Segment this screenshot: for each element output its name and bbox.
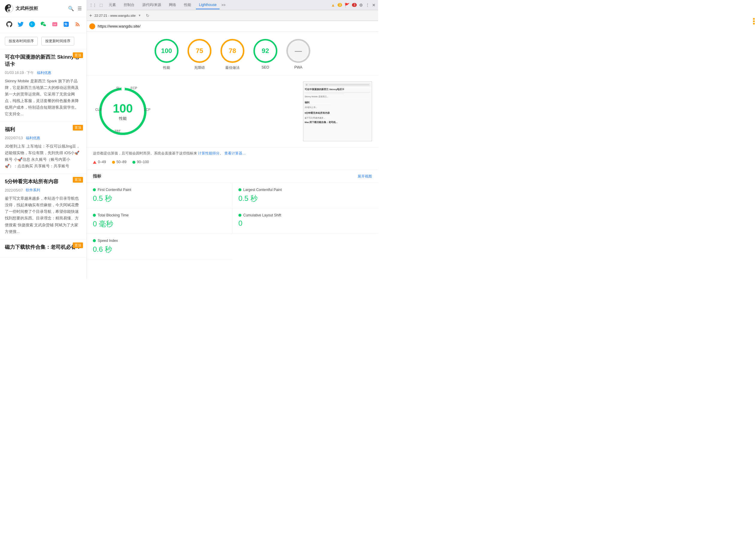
metric-lcp: Largest Contentful Paint 0.5 秒 <box>233 183 378 208</box>
right-panel: ⋮⋮ ⬚ 元素 控制台 源代码/来源 网络 性能 Lighthouse >> ▲… <box>87 0 378 279</box>
gauge-score: 100 <box>113 102 133 115</box>
legend-red: 0–49 <box>93 159 106 165</box>
bilibili-icon[interactable]: bili <box>52 21 58 29</box>
browser-tab[interactable]: 22:27:21 - www.wangdu.site ▼ <box>94 14 141 17</box>
score-circle-accessibility: 75 <box>188 39 212 63</box>
post-item: 置顶 可在中国漫游的新西兰 Skinny电话卡 01/03 16:19 · 下午… <box>0 49 87 122</box>
metrics-description: 这些都是估算值，且可能会因时而异。系统会直接基于这些指标来 <box>93 151 197 155</box>
score-accessibility: 75 无障碍 <box>188 39 212 70</box>
menu-icon[interactable]: ☰ <box>78 6 82 11</box>
post-tag[interactable]: 福利优惠 <box>37 70 51 75</box>
close-icon[interactable]: ✕ <box>372 3 375 7</box>
metric-tbt: Total Blocking Time 0 毫秒 <box>87 208 233 234</box>
post-tag[interactable]: 福利优惠 <box>26 135 40 141</box>
metric-value-cls: 0 <box>238 219 372 228</box>
metric-name-fcp: First Contentful Paint <box>93 188 226 192</box>
legend-triangle-icon <box>93 161 96 164</box>
refresh-icon[interactable]: ↻ <box>146 13 149 18</box>
metric-dot-cls <box>238 214 241 217</box>
yin-yang-icon <box>5 4 13 12</box>
gauge-label-fcp: FCP <box>130 86 137 90</box>
svg-text:bili: bili <box>53 23 56 26</box>
metric-dot-lcp <box>238 188 241 191</box>
metric-value-tbt: 0 毫秒 <box>93 219 226 229</box>
post-tag[interactable]: 软件系列 <box>26 188 40 193</box>
svg-point-3 <box>9 6 9 7</box>
legend-range-green: 90–100 <box>137 159 149 165</box>
url-text[interactable]: https://www.wangdu.site/ <box>98 24 375 28</box>
legend-dot-green <box>132 161 136 164</box>
tab-dropdown-icon[interactable]: ▼ <box>138 14 141 17</box>
post-date: 2022/07/13 <box>5 136 23 140</box>
snapchat-icon[interactable]: S <box>29 21 35 29</box>
wechat-icon[interactable] <box>41 21 46 29</box>
metric-name-si: Speed Index <box>93 238 226 243</box>
legend-green: 90–100 <box>132 159 149 165</box>
view-calculator-link[interactable]: 查看计算器… <box>224 151 246 155</box>
post-title[interactable]: 磁力下载软件合集：老司机必备！ <box>5 244 82 251</box>
gauge-label-si: SI <box>116 86 119 90</box>
post-item: 置顶 福利 2022/07/13 福利优惠 JD签到上车 上车地址：不仅可以领J… <box>0 122 87 174</box>
error-count-badge: 3 <box>352 3 357 7</box>
gauge-label-lcp: LCP <box>144 108 150 111</box>
post-title[interactable]: 福利 <box>5 126 82 133</box>
metric-si: Speed Index 0.6 秒 <box>87 234 233 259</box>
tab-performance[interactable]: 性能 <box>181 1 194 9</box>
sort-by-update[interactable]: 按更新时间排序 <box>41 37 74 46</box>
search-icon[interactable]: 🔍 <box>68 6 74 11</box>
score-pwa: — PWA <box>286 39 310 70</box>
site-logo[interactable]: 文武科技柜 <box>5 4 38 12</box>
gauge-title: 性能 <box>113 116 133 121</box>
score-performance: 100 性能 <box>154 39 178 70</box>
tab-console[interactable]: 控制台 <box>121 1 138 9</box>
gauge-section: SI FCP LCP TBT CLS 100 性能 可在中国漫游 <box>87 75 378 148</box>
post-title[interactable]: 5分钟看完本站所有内容 <box>5 178 82 185</box>
post-meta: 2022/05/07 软件系列 <box>5 188 82 193</box>
legend-dot-orange <box>112 161 115 164</box>
settings-icon[interactable]: ⚙ <box>359 3 363 7</box>
sort-bar: 按发布时间排序 按更新时间排序 <box>0 33 87 49</box>
pin-badge: 置顶 <box>73 243 83 248</box>
zhihu-icon[interactable]: 知 <box>63 21 69 29</box>
site-header: 文武科技柜 🔍 ☰ <box>0 0 87 17</box>
screenshot-area: 可在中国漫游的新西兰 Skinny电话卡 Skinny Mobile 是新西兰.… <box>159 81 372 141</box>
new-tab-icon[interactable]: + <box>89 13 92 18</box>
calc-score-link[interactable]: 计算性能得分 <box>198 151 220 155</box>
gauge-label-tbt: TBT <box>115 129 121 133</box>
tab-lighthouse[interactable]: Lighthouse <box>196 1 220 9</box>
gauge-label-cls: CLS <box>95 108 101 111</box>
posts-list: 置顶 可在中国漫游的新西兰 Skinny电话卡 01/03 16:19 · 下午… <box>0 49 87 279</box>
metrics-section-header: 指标 展开视图 <box>87 170 378 183</box>
sort-by-publish[interactable]: 按发布时间排序 <box>5 37 38 46</box>
post-date: 01/03 16:19 · 下午 <box>5 70 34 75</box>
more-options-icon[interactable]: ⋮ <box>365 3 370 7</box>
legend-range-red: 0–49 <box>98 159 106 165</box>
tab-network[interactable]: 网络 <box>166 1 179 9</box>
post-title[interactable]: 可在中国漫游的新西兰 Skinny电话卡 <box>5 54 82 68</box>
metric-name-lcp: Largest Contentful Paint <box>238 188 372 192</box>
left-panel: 文武科技柜 🔍 ☰ S bili 知 按发布时间排序 按更新时间排序 <box>0 0 87 279</box>
post-excerpt: Skinny Mobile 是新西兰 Spark 旗下的子品牌，它是新西兰当地第… <box>5 78 82 118</box>
twitter-icon[interactable] <box>18 21 24 29</box>
score-circle-performance: 100 <box>154 39 178 63</box>
github-icon[interactable] <box>6 21 12 29</box>
score-value-accessibility: 75 <box>196 47 203 55</box>
more-tabs-icon[interactable]: >> <box>221 3 225 7</box>
tab-elements[interactable]: 元素 <box>106 1 119 9</box>
post-meta: 01/03 16:19 · 下午 福利优惠 <box>5 70 82 75</box>
svg-text:知: 知 <box>64 22 67 26</box>
rss-icon[interactable] <box>75 21 80 29</box>
metrics-info: 这些都是估算值，且可能会因时而异。系统会直接基于这些指标来 计算性能得分。 查看… <box>87 148 378 170</box>
expand-view-button[interactable]: 展开视图 <box>358 174 372 179</box>
devtools-cursor-icon: ⬚ <box>99 3 103 7</box>
score-legend: 0–49 50–89 90–100 <box>93 159 372 165</box>
warning-count-badge: 3 <box>338 3 342 7</box>
tab-sources[interactable]: 源代码/来源 <box>139 1 164 9</box>
post-excerpt: 鉴于写文章越来越多，本站连个目录导航也没得，找起来确实有些麻烦，今天阿斌花费了一… <box>5 195 82 235</box>
metrics-section-title: 指标 <box>93 174 101 179</box>
metric-dot-si <box>93 239 96 242</box>
post-date: 2022/05/07 <box>5 188 23 193</box>
browser-tab-label: 22:27:21 - www.wangdu.site <box>94 14 136 17</box>
post-item: 置顶 5分钟看完本站所有内容 2022/05/07 软件系列 鉴于写文章越来越多… <box>0 174 87 239</box>
legend-orange: 50–89 <box>112 159 126 165</box>
